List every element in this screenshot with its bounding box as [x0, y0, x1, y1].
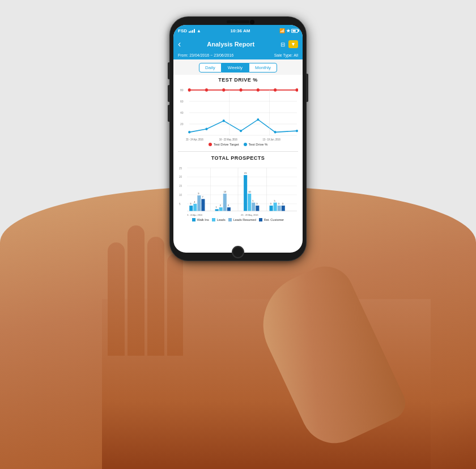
bar-g3-2 — [248, 194, 251, 211]
svg-text:15: 15 — [179, 185, 182, 187]
finger-4 — [167, 254, 183, 356]
finger-1 — [108, 242, 125, 356]
bar-chart-svg: 25 20 15 10 5 — [178, 163, 298, 217]
svg-point-13 — [240, 88, 243, 92]
legend-leads-color — [212, 218, 215, 221]
legend-leads-resumed-color — [228, 218, 232, 221]
svg-text:2: 2 — [228, 204, 230, 207]
phone-shell: FSD ▲ 10:36 AM 📶 ★ — [170, 17, 306, 261]
svg-text:80: 80 — [180, 88, 184, 92]
bar-g4-3 — [278, 206, 281, 211]
svg-text:1: 1 — [216, 206, 218, 208]
svg-text:3: 3 — [256, 202, 258, 205]
wifi-status-icon: ★ — [286, 28, 290, 33]
legend-ret-customer-color — [259, 218, 262, 221]
svg-text:10: 10 — [179, 194, 182, 197]
svg-text:23 - 29 May, 2016: 23 - 29 May, 2016 — [241, 214, 258, 216]
bar-g3-1 — [244, 175, 247, 211]
legend-percent-dot — [244, 143, 247, 146]
wifi-icon: ▲ — [197, 28, 201, 33]
tab-monthly[interactable]: Monthly — [249, 63, 277, 73]
bar-g3-3 — [252, 203, 255, 211]
svg-point-21 — [257, 118, 259, 121]
bar-g2-1 — [215, 209, 219, 211]
legend-leads-label: Leads — [217, 218, 226, 221]
svg-text:13 - 19 Jun, 2016: 13 - 19 Jun, 2016 — [262, 138, 280, 141]
line-chart-svg: 80 60 40 20 — [178, 85, 298, 142]
home-button[interactable] — [232, 246, 244, 258]
svg-text:10: 10 — [248, 190, 251, 193]
svg-text:5: 5 — [179, 203, 181, 206]
status-time: 10:36 AM — [231, 28, 250, 33]
svg-point-11 — [205, 88, 208, 92]
sale-type: Sale Type: All — [274, 53, 298, 57]
test-drive-section: TEST DRIVE % 80 60 40 20 — [173, 75, 303, 150]
svg-text:4: 4 — [194, 201, 196, 203]
legend-ret-customer: Ret. Customer — [259, 218, 284, 221]
phone-camera — [250, 20, 254, 24]
bar-g2-2 — [219, 207, 223, 211]
phone-screen: FSD ▲ 10:36 AM 📶 ★ — [173, 25, 303, 253]
legend-leads: Leads — [212, 218, 226, 221]
finger-2 — [128, 225, 144, 356]
svg-point-10 — [188, 88, 191, 92]
legend-percent: Test Drive % — [244, 143, 268, 146]
svg-text:3: 3 — [270, 202, 272, 205]
svg-text:10: 10 — [224, 190, 227, 193]
chart-divider — [178, 151, 298, 152]
status-bar: FSD ▲ 10:36 AM 📶 ★ — [173, 25, 303, 36]
bar-g2-3 — [223, 194, 227, 211]
nav-bar: ‹ Analysis Report ⊟ ▼ — [173, 36, 303, 52]
svg-point-17 — [188, 131, 190, 133]
svg-text:5: 5 — [274, 199, 276, 202]
nav-title: Analysis Report — [207, 41, 254, 48]
bar-chart-legend: Walk Ins Leads Leads Resumed Ret. Custom… — [178, 218, 298, 224]
svg-point-20 — [240, 130, 242, 132]
legend-target-label: Test Drive Target — [214, 143, 239, 146]
svg-point-15 — [274, 88, 277, 92]
share-icon[interactable]: ⊟ — [280, 41, 285, 48]
svg-point-16 — [295, 88, 298, 92]
nav-icons: ⊟ ▼ — [280, 40, 298, 48]
signal-bars — [189, 28, 195, 33]
tab-daily[interactable]: Daily — [199, 63, 222, 73]
date-from: From: 23/04/2016 ~ 23/06/2016 — [178, 53, 233, 57]
svg-text:3: 3 — [282, 202, 284, 205]
svg-text:21: 21 — [244, 172, 247, 174]
status-right: 📶 ★ — [279, 28, 298, 33]
status-left: FSD ▲ — [178, 28, 201, 33]
svg-text:3: 3 — [278, 202, 280, 205]
bar-g4-4 — [282, 206, 285, 211]
bar-g4-1 — [270, 206, 273, 211]
svg-point-14 — [257, 88, 260, 92]
svg-text:5: 5 — [252, 199, 254, 202]
legend-leads-resumed-label: Leads Resumed — [233, 218, 256, 221]
svg-text:20: 20 — [179, 176, 182, 178]
date-bar: From: 23/04/2016 ~ 23/06/2016 Sale Type:… — [173, 52, 303, 59]
bar-g3-4 — [256, 206, 259, 211]
svg-text:20: 20 — [180, 122, 184, 126]
svg-point-12 — [222, 88, 225, 92]
battery-fill — [292, 30, 296, 32]
phone-speaker — [227, 20, 249, 23]
bar-g4-2 — [274, 203, 277, 211]
svg-text:23 - 24 Apr, 2016: 23 - 24 Apr, 2016 — [186, 138, 203, 141]
carrier-label: FSD — [178, 28, 187, 33]
scene: FSD ▲ 10:36 AM 📶 ★ — [0, 0, 476, 469]
line-chart: 80 60 40 20 — [178, 85, 298, 142]
bar-chart: 25 20 15 10 5 — [178, 163, 298, 217]
svg-point-23 — [296, 130, 298, 132]
bar-g1-2 — [193, 204, 197, 211]
battery-icon — [291, 29, 298, 33]
svg-text:3 - 24 Apr, 2016: 3 - 24 Apr, 2016 — [187, 214, 202, 216]
bar-g1-1 — [189, 206, 193, 211]
svg-text:2: 2 — [220, 204, 222, 207]
bar-g1-3 — [197, 195, 201, 211]
svg-text:25: 25 — [179, 167, 182, 169]
back-button[interactable]: ‹ — [178, 40, 181, 49]
svg-text:16 - 22 May, 2016: 16 - 22 May, 2016 — [219, 138, 238, 141]
legend-ret-customer-label: Ret. Customer — [264, 218, 284, 221]
svg-point-22 — [274, 131, 277, 133]
filter-icon[interactable]: ▼ — [288, 40, 298, 48]
tab-weekly[interactable]: Weekly — [222, 63, 249, 73]
